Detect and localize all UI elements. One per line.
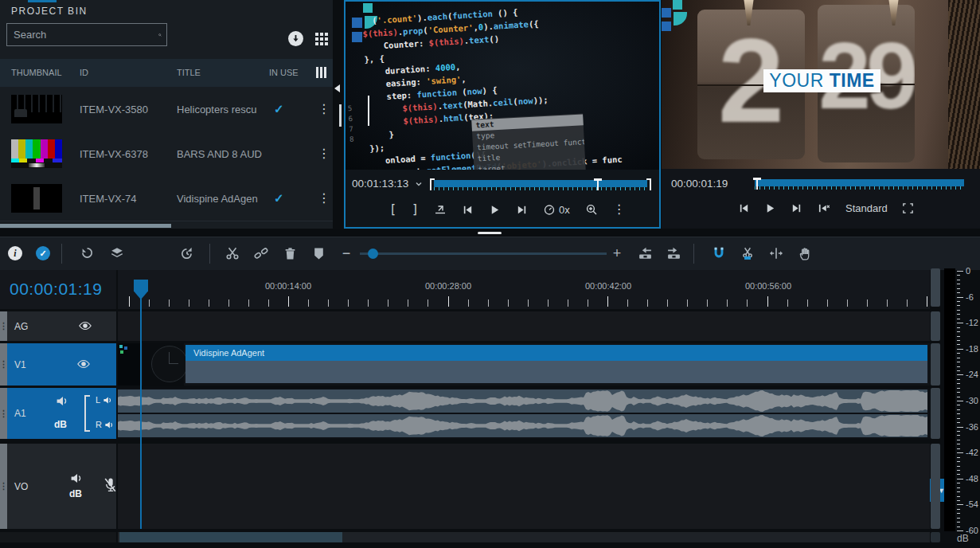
track-visibility-eye-icon[interactable]: [78, 320, 92, 331]
zoom-in-button[interactable]: +: [608, 245, 626, 262]
columns-settings-icon[interactable]: [316, 67, 318, 78]
row-menu-icon[interactable]: ⋮: [318, 190, 330, 206]
marker-icon[interactable]: [310, 245, 327, 262]
item-id: ITEM-VX-3580: [80, 104, 148, 115]
zoom-slider-knob[interactable]: [368, 249, 378, 259]
item-thumbnail: [11, 95, 62, 123]
item-thumbnail: [11, 184, 62, 213]
next-frame-button[interactable]: [516, 204, 528, 216]
ripple-left-icon[interactable]: [636, 245, 654, 262]
play-button[interactable]: [489, 204, 501, 216]
bin-vertical-scrollbar[interactable]: [339, 104, 342, 127]
search-input[interactable]: [7, 29, 158, 41]
playback-speed-button[interactable]: 0x: [543, 203, 570, 216]
track-scroll-segment[interactable]: [931, 444, 940, 529]
grid-view-icon[interactable]: [315, 33, 328, 45]
zoom-in-icon[interactable]: [585, 203, 598, 216]
goto-mark-in-button[interactable]: [434, 203, 447, 216]
timeline-ruler[interactable]: 00:00:14:00 00:00:28:00 00:00:42:00 00:0…: [118, 270, 930, 309]
mark-out-button[interactable]: ]: [412, 203, 419, 216]
approve-button[interactable]: ✓: [34, 245, 52, 262]
track-header-v1[interactable]: ⋮ V1: [0, 343, 116, 386]
cut-icon[interactable]: [224, 245, 241, 262]
chevron-down-icon[interactable]: [415, 180, 423, 188]
quality-selector[interactable]: Standard: [845, 202, 888, 214]
scrollbar-thumb[interactable]: [119, 532, 342, 542]
track-mute-speaker-icon[interactable]: [70, 472, 84, 484]
track-scroll-segment[interactable]: [931, 311, 940, 341]
player-menu-icon[interactable]: ⋮: [613, 203, 626, 216]
splitter-handle[interactable]: [478, 232, 502, 234]
zoom-out-button[interactable]: −: [338, 245, 355, 262]
track-header-a1[interactable]: ⋮ A1 dB L R: [0, 388, 116, 439]
col-id[interactable]: ID: [80, 68, 88, 77]
row-menu-icon[interactable]: ⋮: [318, 101, 330, 116]
track-scroll-segment[interactable]: [931, 268, 940, 307]
undo-icon[interactable]: [78, 245, 96, 262]
source-timecode[interactable]: 00:01:13:13: [352, 178, 408, 190]
track-content-ag[interactable]: [118, 311, 930, 341]
program-video-frame[interactable]: 2 29 YOUR TIME: [662, 0, 980, 169]
source-scrub-bar[interactable]: [430, 180, 651, 193]
speaker-icon[interactable]: [104, 421, 115, 429]
gain-db-label[interactable]: dB: [69, 488, 82, 499]
unlink-icon[interactable]: [252, 245, 270, 262]
track-drag-handle[interactable]: ⋮: [0, 388, 7, 439]
bin-row[interactable]: ITEM-VX-6378 BARS AND 8 AUD ✓ ⋮: [0, 131, 333, 177]
program-scrub-bar[interactable]: [752, 179, 964, 192]
track-content-v1[interactable]: Vidispine AdAgent: [118, 343, 930, 386]
track-header-ag[interactable]: ⋮ AG: [0, 311, 116, 341]
delete-icon[interactable]: [281, 245, 299, 262]
previous-frame-button[interactable]: [738, 202, 750, 214]
track-content-vo[interactable]: [118, 444, 930, 529]
snap-magnet-icon[interactable]: [710, 245, 728, 262]
bin-horizontal-scrollbar[interactable]: [0, 224, 171, 228]
scrub-playhead[interactable]: [753, 178, 761, 190]
track-header-vo[interactable]: ⋮ VO dB: [0, 444, 116, 529]
fullscreen-icon[interactable]: [902, 202, 914, 214]
col-in-use[interactable]: IN USE: [269, 68, 299, 77]
row-menu-icon[interactable]: ⋮: [318, 146, 330, 161]
horizontal-splitter[interactable]: [0, 229, 980, 237]
source-video-frame[interactable]: 5 6 7 8 ('.count').each(function () {$(t…: [346, 2, 659, 170]
razor-tool-icon[interactable]: [739, 245, 756, 262]
history-icon[interactable]: [178, 245, 196, 262]
col-title[interactable]: TITLE: [177, 68, 201, 77]
timeline-horizontal-scrollbar[interactable]: [118, 532, 930, 542]
layers-icon[interactable]: [108, 245, 126, 262]
track-mute-speaker-icon[interactable]: [56, 395, 69, 407]
channel-right: R: [96, 420, 115, 429]
scrub-playhead[interactable]: [594, 178, 602, 191]
trim-tool-icon[interactable]: [767, 245, 785, 262]
mark-in-button[interactable]: [: [389, 203, 396, 216]
timeline-zoom-slider[interactable]: [360, 252, 607, 255]
ripple-right-icon[interactable]: [665, 245, 682, 262]
gain-db-label[interactable]: dB: [54, 419, 67, 430]
program-timecode[interactable]: 00:00:01:19: [671, 178, 728, 190]
track-scroll-segment[interactable]: [931, 343, 940, 386]
search-icon[interactable]: [158, 28, 162, 42]
microphone-off-icon[interactable]: [103, 477, 118, 494]
hand-tool-icon[interactable]: [796, 245, 814, 262]
track-scroll-segment[interactable]: [931, 532, 940, 542]
download-icon[interactable]: [288, 31, 303, 46]
mark-in-indicator: [430, 178, 435, 190]
bin-row[interactable]: ITEM-VX-3580 Helicopters rescu ✓ ⋮: [0, 87, 333, 132]
track-drag-handle[interactable]: ⋮: [0, 343, 7, 386]
track-scroll-segment[interactable]: [931, 388, 940, 439]
track-drag-handle[interactable]: ⋮: [0, 311, 7, 341]
collapse-panel-icon[interactable]: [334, 84, 340, 92]
timeline-clip[interactable]: Vidispine AdAgent: [185, 345, 927, 361]
info-button[interactable]: i: [6, 245, 24, 262]
col-thumbnail[interactable]: THUMBNAIL: [11, 68, 62, 77]
speaker-icon[interactable]: [103, 396, 113, 405]
play-button[interactable]: [764, 202, 776, 214]
track-drag-handle[interactable]: ⋮: [0, 444, 7, 529]
track-content-a1[interactable]: [118, 388, 930, 439]
bin-row[interactable]: ITEM-VX-74 Vidispine AdAgen ✓ ⋮: [0, 176, 333, 221]
track-visibility-eye-icon[interactable]: [76, 358, 91, 370]
next-frame-button[interactable]: [791, 202, 802, 214]
goto-start-button[interactable]: [817, 202, 831, 214]
previous-frame-button[interactable]: [462, 204, 474, 216]
item-title: BARS AND 8 AUD: [177, 148, 262, 160]
